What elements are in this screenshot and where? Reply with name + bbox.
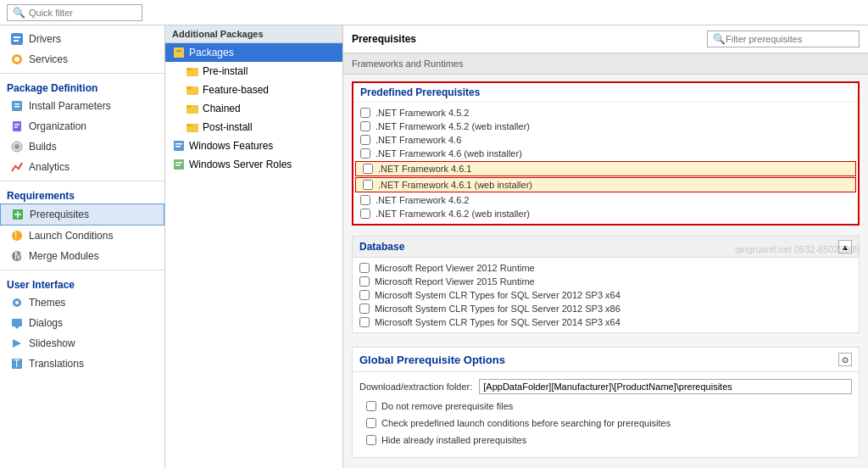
checkbox-4[interactable]: [363, 164, 373, 174]
list-item-highlighted: .NET Framework 4.6.1: [355, 161, 856, 176]
predefined-title: Predefined Prerequisites: [353, 83, 858, 103]
filter-box[interactable]: 🔍: [707, 31, 860, 47]
tree-item-label: Windows Features: [189, 140, 273, 152]
frameworks-tab[interactable]: Frameworks and Runtimes: [343, 53, 868, 75]
filter-icon: 🔍: [713, 33, 726, 45]
global-collapse-button[interactable]: ⊙: [838, 353, 852, 366]
sidebar-item-organization[interactable]: Organization: [0, 116, 164, 136]
item-label: .NET Framework 4.6.2: [376, 195, 469, 205]
analytics-icon: [10, 160, 24, 174]
item-label: Microsoft Report Viewer 2012 Runtime: [375, 263, 535, 273]
svg-rect-38: [175, 143, 182, 145]
database-title: Database: [359, 241, 404, 253]
svg-rect-28: [176, 50, 181, 52]
list-item: Microsoft Report Viewer 2012 Runtime: [353, 261, 859, 275]
item-label: .NET Framework 4.5.2 (web installer): [376, 121, 530, 131]
folder-icon: [186, 83, 199, 97]
checkbox-6[interactable]: [360, 195, 370, 205]
install-parameters-icon: [10, 99, 24, 113]
organization-icon: [10, 120, 24, 133]
sidebar-item-install-parameters[interactable]: Install Parameters: [0, 96, 164, 116]
item-label: .NET Framework 4.6 (web installer): [376, 148, 522, 159]
option1-checkbox[interactable]: [366, 401, 376, 411]
list-item-highlighted: .NET Framework 4.6.1 (web installer): [355, 177, 856, 192]
quick-filter-box[interactable]: 🔍: [7, 4, 142, 21]
tree-feature-based[interactable]: Feature-based: [165, 81, 342, 99]
tree-windows-server-roles[interactable]: Windows Server Roles: [165, 155, 342, 174]
builds-icon: [10, 140, 24, 153]
item-label: Microsoft System CLR Types for SQL Serve…: [375, 317, 620, 327]
option3-checkbox[interactable]: [366, 435, 376, 445]
db-checkbox-4[interactable]: [359, 317, 370, 327]
sidebar-item-label: Organization: [29, 120, 86, 132]
sidebar-item-services[interactable]: Services: [0, 49, 164, 70]
db-checkbox-0[interactable]: [359, 263, 370, 273]
right-header-title: Prerequisites: [352, 33, 416, 45]
search-icon: 🔍: [13, 7, 25, 19]
tree-item-label: Chained: [203, 103, 241, 114]
db-checkbox-2[interactable]: [359, 290, 370, 300]
predefined-section: Predefined Prerequisites .NET Framework …: [352, 81, 860, 226]
collapse-button[interactable]: ▲: [838, 240, 852, 254]
prerequisites-icon: [11, 208, 25, 221]
option3-label: Hide already installed prerequisites: [381, 435, 526, 445]
item-label: .NET Framework 4.6.1: [378, 164, 471, 174]
sidebar-item-prerequisites[interactable]: Prerequisites: [0, 203, 164, 226]
package-definition-title: Package Definition: [0, 77, 164, 96]
global-title: Global Prerequisite Options: [359, 354, 505, 366]
tree-chained[interactable]: Chained: [165, 99, 342, 118]
checkbox-2[interactable]: [360, 135, 370, 145]
checkbox-3[interactable]: [360, 148, 370, 159]
list-item: .NET Framework 4.6.2: [353, 193, 858, 207]
sidebar-item-slideshow[interactable]: Slideshow: [0, 333, 164, 354]
sidebar-item-themes[interactable]: Themes: [0, 292, 164, 313]
checkbox-7[interactable]: [360, 209, 370, 219]
sidebar-item-analytics[interactable]: Analytics: [0, 157, 164, 177]
sidebar-item-merge-modules[interactable]: M Merge Modules: [0, 246, 164, 266]
global-section: Global Prerequisite Options ⊙ Download/e…: [352, 347, 860, 458]
svg-rect-41: [175, 162, 182, 164]
svg-marker-23: [14, 326, 19, 329]
sidebar-item-builds[interactable]: Builds: [0, 136, 164, 157]
option2-checkbox[interactable]: [366, 418, 376, 428]
tree-item-label: Feature-based: [203, 84, 269, 96]
tree-pre-install[interactable]: Pre-install: [165, 62, 342, 81]
checkbox-0[interactable]: [360, 108, 370, 118]
tree-packages[interactable]: Packages: [165, 43, 342, 62]
sidebar-item-translations[interactable]: T Translations: [0, 354, 164, 374]
db-checkbox-1[interactable]: [359, 276, 370, 287]
quick-filter-input[interactable]: [29, 8, 131, 18]
database-checkbox-list: Microsoft Report Viewer 2012 Runtime Mic…: [353, 258, 859, 332]
windows-features-icon: [172, 139, 186, 153]
folder-icon: [186, 120, 199, 134]
checkbox-5[interactable]: [363, 180, 373, 190]
filter-prerequisites-input[interactable]: [726, 34, 853, 44]
item-label: Microsoft System CLR Types for SQL Serve…: [375, 304, 620, 314]
svg-rect-22: [12, 319, 22, 326]
svg-rect-6: [14, 103, 19, 105]
predefined-checkbox-list: .NET Framework 4.5.2 .NET Framework 4.5.…: [353, 103, 858, 224]
sidebar-item-drivers[interactable]: Drivers: [0, 29, 164, 49]
svg-rect-0: [11, 33, 23, 45]
sidebar-item-dialogs[interactable]: Dialogs: [0, 313, 164, 333]
option1-label: Do not remove prerequisite files: [381, 401, 513, 411]
tree-item-label: Pre-install: [203, 65, 248, 77]
list-item: .NET Framework 4.6 (web installer): [353, 147, 858, 160]
services-icon: [10, 53, 24, 66]
user-interface-title: User Interface: [0, 274, 164, 292]
checkbox-1[interactable]: [360, 121, 370, 131]
tree-windows-features[interactable]: Windows Features: [165, 136, 342, 155]
tree-post-install[interactable]: Post-install: [165, 118, 342, 136]
download-folder-input[interactable]: [479, 379, 852, 394]
folder-icon: [186, 64, 199, 78]
list-item: .NET Framework 4.6.2 (web installer): [353, 207, 858, 220]
svg-point-12: [14, 144, 19, 149]
download-folder-row: Download/extraction folder:: [359, 379, 852, 394]
svg-rect-10: [14, 126, 18, 128]
svg-rect-34: [186, 105, 192, 108]
tree-item-label: Windows Server Roles: [189, 159, 292, 170]
svg-rect-7: [14, 106, 19, 108]
sidebar-item-launch-conditions[interactable]: ! Launch Conditions: [0, 226, 164, 246]
db-checkbox-3[interactable]: [359, 304, 370, 314]
svg-point-21: [15, 301, 19, 304]
